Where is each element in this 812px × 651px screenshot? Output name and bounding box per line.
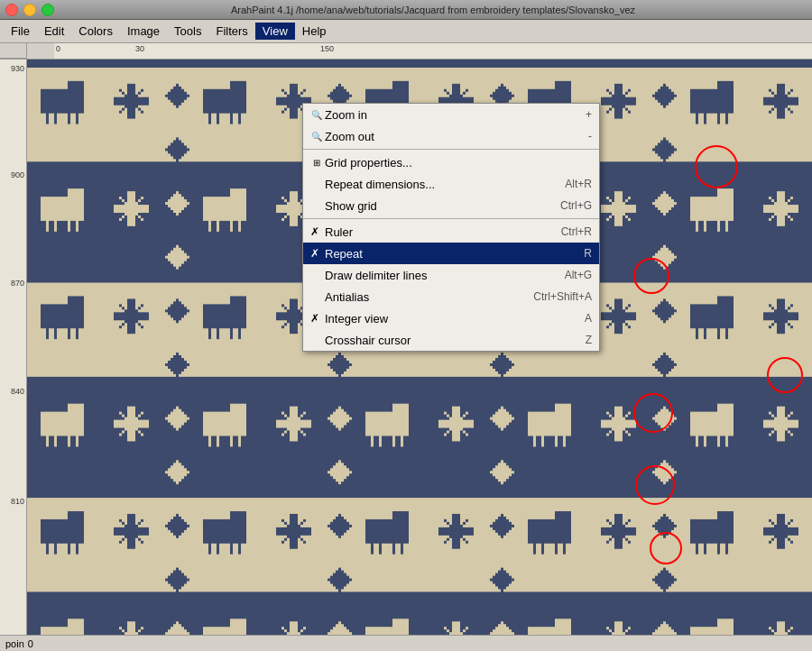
canvas-area: 🔍Zoom in+🔍Zoom out-⊞Grid properties...Re… bbox=[27, 60, 812, 651]
menu-shortcut-10: Z bbox=[586, 334, 592, 346]
ruler-v-870: 870 bbox=[11, 279, 24, 288]
menu-item-help[interactable]: Help bbox=[295, 23, 334, 40]
grid-props-icon: ⊞ bbox=[310, 156, 323, 169]
check-mark-9: ✗ bbox=[310, 312, 319, 325]
view-menu-item-8[interactable]: AntialiasCtrl+Shift+A bbox=[303, 286, 599, 307]
menu-shortcut-8: Ctrl+Shift+A bbox=[533, 290, 592, 303]
menu-label-9: Integer view bbox=[325, 312, 585, 326]
menu-shortcut-7: Alt+G bbox=[565, 269, 592, 281]
minimize-button[interactable] bbox=[23, 4, 36, 16]
view-menu-item-0[interactable]: 🔍Zoom in+ bbox=[303, 104, 599, 125]
menu-shortcut-9: A bbox=[585, 312, 592, 325]
menu-label-6: Repeat bbox=[325, 247, 584, 261]
menu-label-2: Grid properties... bbox=[325, 156, 592, 170]
titlebar-title: ArahPaint 4.1j /home/ana/web/tutorials/J… bbox=[60, 5, 807, 15]
maximize-button[interactable] bbox=[42, 4, 54, 16]
ruler-v-810: 810 bbox=[11, 497, 24, 506]
menu-shortcut-5: Ctrl+R bbox=[561, 225, 592, 238]
menu-item-tools[interactable]: Tools bbox=[167, 23, 208, 40]
check-mark-6: ✗ bbox=[310, 247, 319, 260]
titlebar: ArahPaint 4.1j /home/ana/web/tutorials/J… bbox=[0, 0, 812, 20]
menu-item-view[interactable]: View bbox=[255, 23, 295, 40]
menu-label-8: Antialias bbox=[325, 290, 533, 304]
menu-label-3: Repeat dimensions... bbox=[325, 178, 565, 191]
menu-item-file[interactable]: File bbox=[4, 23, 37, 40]
menu-label-10: Crosshair cursor bbox=[325, 334, 586, 347]
menu-item-edit[interactable]: Edit bbox=[37, 23, 71, 40]
check-mark-5: ✗ bbox=[310, 225, 319, 238]
menu-shortcut-1: - bbox=[588, 130, 592, 142]
menubar: FileEditColorsImageToolsFiltersViewHelp bbox=[0, 20, 812, 43]
view-menu-item-1[interactable]: 🔍Zoom out- bbox=[303, 125, 599, 147]
view-menu-item-3[interactable]: Repeat dimensions...Alt+R bbox=[303, 173, 599, 195]
view-menu-item-10[interactable]: Crosshair cursorZ bbox=[303, 329, 599, 351]
ruler-v-900: 900 bbox=[11, 170, 24, 179]
view-menu-item-6[interactable]: ✗RepeatR bbox=[303, 243, 599, 264]
view-menu-item-9[interactable]: ✗Integer viewA bbox=[303, 307, 599, 329]
menu-label-5: Ruler bbox=[325, 225, 561, 239]
menu-label-7: Draw delimiter lines bbox=[325, 269, 565, 282]
view-menu-item-2[interactable]: ⊞Grid properties... bbox=[303, 151, 599, 173]
vertical-ruler: 930 900 870 840 810 bbox=[0, 60, 27, 651]
statusbar: poin 0 bbox=[0, 635, 812, 651]
menu-label-0: Zoom in bbox=[325, 108, 586, 122]
status-text: poin bbox=[5, 638, 24, 649]
close-button[interactable] bbox=[5, 4, 18, 16]
ruler-v-840: 840 bbox=[11, 387, 24, 396]
view-menu: 🔍Zoom in+🔍Zoom out-⊞Grid properties...Re… bbox=[302, 103, 600, 352]
menu-label-4: Show grid bbox=[325, 199, 560, 213]
menu-separator bbox=[303, 149, 599, 150]
menu-shortcut-0: + bbox=[586, 108, 592, 121]
menu-item-image[interactable]: Image bbox=[120, 23, 167, 40]
zoom-out-icon: 🔍 bbox=[310, 130, 323, 142]
menu-shortcut-3: Alt+R bbox=[565, 178, 592, 190]
view-menu-item-5[interactable]: ✗RulerCtrl+R bbox=[303, 221, 599, 243]
view-menu-item-4[interactable]: Show gridCtrl+G bbox=[303, 195, 599, 216]
menu-separator bbox=[303, 218, 599, 219]
menu-label-1: Zoom out bbox=[325, 130, 588, 143]
menu-shortcut-6: R bbox=[584, 247, 592, 260]
main-area: 930 900 870 840 810 🔍Zoom in+🔍Zoom out-⊞… bbox=[0, 60, 812, 651]
coords-display: 0 bbox=[28, 638, 33, 649]
view-menu-item-7[interactable]: Draw delimiter linesAlt+G bbox=[303, 264, 599, 286]
menu-item-filters[interactable]: Filters bbox=[208, 23, 254, 40]
ruler-v-930: 930 bbox=[11, 64, 24, 73]
zoom-in-icon: 🔍 bbox=[310, 108, 323, 121]
menu-shortcut-4: Ctrl+G bbox=[560, 199, 592, 212]
menu-item-colors[interactable]: Colors bbox=[71, 23, 120, 40]
